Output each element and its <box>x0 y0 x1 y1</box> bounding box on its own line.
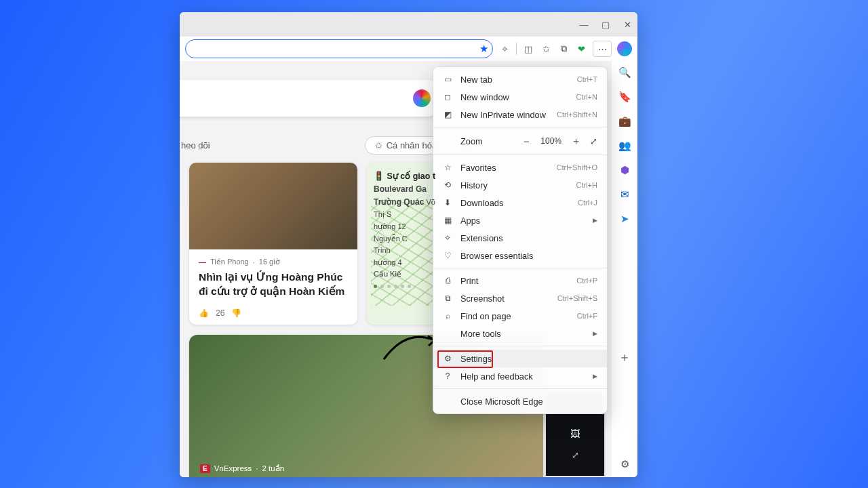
window-titlebar: — ▢ ✕ <box>180 12 637 37</box>
feed-cards-row: — Tiền Phong · 16 giờ Nhìn lại vụ Ứng Ho… <box>189 163 448 325</box>
extensions-icon[interactable]: ✧ <box>498 44 511 54</box>
menu-more-tools[interactable]: More tools ▶ <box>433 325 607 342</box>
minimize-button[interactable]: — <box>579 20 589 29</box>
side-rail: 🔍 🔖 💼 👥 ⬢ ✉ ➤ ＋ ⚙ <box>611 61 637 477</box>
fullscreen-button[interactable]: ⤢ <box>590 136 597 146</box>
expand-icon[interactable]: ⤢ <box>546 450 604 460</box>
menu-favorites[interactable]: ☆ Favorites Ctrl+Shift+O <box>433 159 607 176</box>
rail-settings-icon[interactable]: ⚙ <box>620 458 629 470</box>
menu-extensions[interactable]: ✧ Extensions <box>433 229 607 247</box>
rail-add-icon[interactable]: ＋ <box>618 349 631 365</box>
help-icon: ? <box>443 371 452 381</box>
zoom-out-button[interactable]: − <box>521 136 531 147</box>
rail-outlook-icon[interactable]: ✉ <box>620 188 629 201</box>
close-button[interactable]: ✕ <box>623 20 632 29</box>
browser-essentials-icon[interactable]: ❤ <box>575 44 587 54</box>
new-tab-icon: ▭ <box>443 75 452 84</box>
rail-office-icon[interactable]: ⬢ <box>620 164 629 176</box>
menu-help-feedback[interactable]: ? Help and feedback ▶ <box>433 367 607 385</box>
feed-tabstrip: heo dõi ✩ Cá nhân hóa ⚙ <box>181 136 475 155</box>
hero-news-source: E VnExpress·2 tuần <box>200 464 284 473</box>
screenshot-icon: ⧉ <box>443 293 452 303</box>
toolbar-separator <box>516 43 517 55</box>
star-outline-icon: ✩ <box>375 140 382 150</box>
carousel-dots[interactable] <box>374 285 441 288</box>
hero-copilot-icon[interactable] <box>413 89 431 107</box>
menu-settings[interactable]: ⚙ Settings <box>433 350 607 367</box>
heart-icon: ♡ <box>443 251 452 260</box>
menu-history[interactable]: ⟲ History Ctrl+H <box>433 176 607 194</box>
menu-browser-essentials[interactable]: ♡ Browser essentials <box>433 247 607 264</box>
news-card-headline: Nhìn lại vụ Ứng Hoàng Phúc đi cứu trợ ở … <box>199 270 348 299</box>
tab-followed[interactable]: heo dõi <box>181 140 210 150</box>
more-menu-button[interactable]: ⋯ <box>593 41 612 57</box>
favorites-star-icon: ☆ <box>443 163 452 172</box>
collections-icon[interactable]: ⧉ <box>557 43 570 54</box>
zoom-value: 100% <box>540 136 561 146</box>
news-card[interactable]: — Tiền Phong · 16 giờ Nhìn lại vụ Ứng Ho… <box>189 163 357 325</box>
menu-close-edge[interactable]: Close Microsoft Edge <box>433 392 607 410</box>
menu-zoom: Zoom − 100% ＋ ⤢ <box>433 131 607 151</box>
settings-and-more-menu: ▭ New tab Ctrl+T ◻ New window Ctrl+N ◩ N… <box>433 66 608 414</box>
personalize-label: Cá nhân hóa <box>387 140 437 150</box>
apps-icon: ▦ <box>443 216 452 225</box>
menu-new-tab[interactable]: ▭ New tab Ctrl+T <box>433 70 607 88</box>
gear-icon: ⚙ <box>443 354 452 363</box>
bookmark-star-icon[interactable]: ★ <box>479 43 488 55</box>
rail-briefcase-icon[interactable]: 💼 <box>618 115 631 127</box>
rail-search-icon[interactable]: 🔍 <box>618 66 631 79</box>
menu-find-on-page[interactable]: ⌕ Find on page Ctrl+F <box>433 307 607 325</box>
image-icon: 🖼 <box>546 428 604 439</box>
favorites-icon[interactable]: ✩ <box>540 44 552 54</box>
browser-window: — ▢ ✕ ★ ✧ ◫ ✩ ⧉ ❤ ⋯ 🔍 🔖 💼 👥 ⬢ ✉ ➤ ＋ ⚙ he… <box>180 12 637 477</box>
extensions-puzzle-icon: ✧ <box>443 233 452 243</box>
address-bar[interactable]: ★ <box>185 39 493 58</box>
feedback-button[interactable]: ✎ Phản hồi <box>546 476 604 477</box>
split-screen-icon[interactable]: ◫ <box>522 44 534 54</box>
like-icon[interactable]: 👍 <box>199 308 209 318</box>
chevron-right-icon: ▶ <box>593 373 597 380</box>
new-window-icon: ◻ <box>443 92 452 102</box>
menu-downloads[interactable]: ⬇ Downloads Ctrl+J <box>433 194 607 211</box>
zoom-in-button[interactable]: ＋ <box>571 135 580 148</box>
news-card-image <box>189 163 357 249</box>
hero-search-bar[interactable] <box>180 80 446 117</box>
chevron-right-icon: ▶ <box>593 330 597 337</box>
menu-screenshot[interactable]: ⧉ Screenshot Ctrl+Shift+S <box>433 289 607 307</box>
menu-apps[interactable]: ▦ Apps ▶ <box>433 211 607 229</box>
menu-print[interactable]: ⎙ Print Ctrl+P <box>433 272 607 289</box>
traffic-icon: 🚦 <box>374 171 384 181</box>
browser-toolbar: ★ ✧ ◫ ✩ ⧉ ❤ ⋯ <box>180 37 637 62</box>
rail-shopping-tag-icon[interactable]: 🔖 <box>618 91 631 103</box>
chevron-right-icon: ▶ <box>593 217 597 224</box>
history-icon: ⟲ <box>443 180 452 190</box>
rail-send-icon[interactable]: ➤ <box>620 213 629 225</box>
downloads-icon: ⬇ <box>443 198 452 207</box>
inprivate-icon: ◩ <box>443 110 452 119</box>
like-count: 26 <box>216 308 224 318</box>
dislike-icon[interactable]: 👎 <box>231 308 241 318</box>
maximize-button[interactable]: ▢ <box>601 20 610 29</box>
rail-people-icon[interactable]: 👥 <box>618 140 631 152</box>
news-card-source: — Tiền Phong · 16 giờ <box>199 258 348 266</box>
menu-new-inprivate[interactable]: ◩ New InPrivate window Ctrl+Shift+N <box>433 106 607 123</box>
copilot-icon[interactable] <box>617 41 632 56</box>
find-icon: ⌕ <box>443 311 452 321</box>
menu-new-window[interactable]: ◻ New window Ctrl+N <box>433 88 607 106</box>
print-icon: ⎙ <box>443 276 452 285</box>
